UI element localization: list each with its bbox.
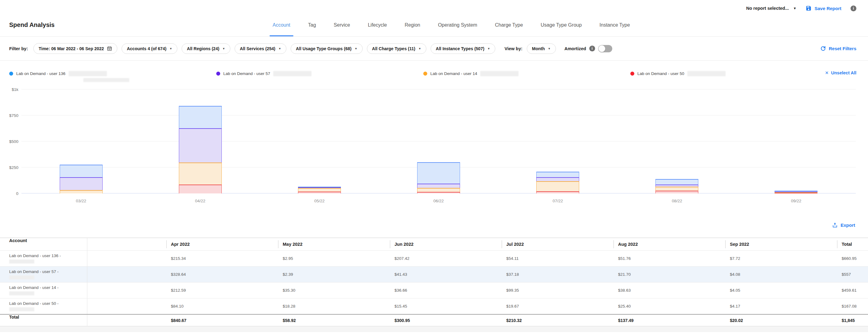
bar-segment[interactable] [417, 162, 460, 184]
value-cell: $660.95 [837, 251, 868, 266]
legend-item-user-50[interactable]: Lab on Demand - user 50 [630, 71, 837, 76]
bar-segment[interactable] [417, 184, 460, 188]
stacked-bar-05/22[interactable] [298, 89, 341, 193]
value-cell: $167.08 [837, 298, 868, 314]
time-filter-pill[interactable]: Time: 06 Mar 2022 - 06 Sep 2022 [33, 43, 117, 54]
bar-segment[interactable] [775, 193, 817, 193]
x-axis-label: 03/22 [22, 199, 141, 203]
time-filter-label: Time: 06 Mar 2022 - 06 Sep 2022 [39, 46, 104, 51]
column-header-jul: Jul 2022 [502, 238, 614, 251]
redacted-text [9, 291, 34, 295]
bar-segment[interactable] [60, 177, 103, 190]
legend-label: Lab on Demand - user 57 [223, 71, 270, 76]
chart-plot: $1k$750$500$2500 03/2204/2205/2206/2207/… [22, 89, 856, 193]
table-row: Lab on Demand - user 50 - $84.10 $18.28 … [0, 298, 868, 314]
reset-filters-button[interactable]: Reset Filters [820, 45, 856, 52]
bar-segment[interactable] [536, 172, 579, 177]
legend-item-user-14[interactable]: Lab on Demand - user 14 [423, 71, 630, 76]
bar-segment[interactable] [60, 190, 103, 193]
save-icon [806, 5, 812, 11]
column-header-total: Total [837, 238, 868, 251]
charge-types-filter-pill[interactable]: All Charge Types (11) ▼ [367, 43, 426, 54]
charge-types-filter-label: All Charge Types (11) [372, 46, 415, 51]
tab-region[interactable]: Region [405, 13, 420, 36]
bar-segment[interactable] [536, 177, 579, 181]
bar-segment[interactable] [298, 188, 341, 192]
bar-segment[interactable] [298, 192, 341, 193]
bar-segment[interactable] [60, 165, 103, 177]
spend-table: Account Apr 2022 May 2022 Jun 2022 Jul 2… [0, 237, 868, 326]
bar-segment[interactable] [179, 106, 222, 128]
tab-tag[interactable]: Tag [308, 13, 316, 36]
column-spacer [87, 238, 166, 251]
close-icon: ✕ [825, 70, 829, 75]
value-cell: $84.10 [166, 298, 278, 314]
instance-types-filter-pill[interactable]: All Instance Types (507) ▼ [431, 43, 495, 54]
toggle-knob [598, 45, 605, 52]
info-icon[interactable]: i [850, 5, 856, 11]
unselect-all-button[interactable]: ✕ Unselect All [825, 70, 856, 75]
regions-filter-label: All Regions (24) [187, 46, 219, 51]
x-axis-label: 05/22 [260, 199, 379, 203]
account-cell: Lab on Demand - user 14 - [0, 282, 87, 298]
tab-usage-type-group[interactable]: Usage Type Group [540, 13, 582, 36]
table-header-row: Account Apr 2022 May 2022 Jun 2022 Jul 2… [0, 238, 868, 251]
value-cell: $207.42 [390, 251, 502, 266]
bar-segment[interactable] [536, 181, 579, 192]
legend-item-user-136[interactable]: Lab on Demand - user 136 [9, 71, 216, 76]
view-by-select[interactable]: Month ▼ [527, 43, 556, 54]
column-header-account: Account [0, 238, 87, 251]
legend-dot [216, 72, 220, 76]
amortized-toggle[interactable] [598, 45, 612, 52]
instance-types-filter-label: All Instance Types (507) [436, 46, 484, 51]
bar-segment[interactable] [179, 185, 222, 193]
tab-service[interactable]: Service [334, 13, 350, 36]
bar-segment[interactable] [417, 192, 460, 193]
report-selector[interactable]: No report selected... ▼ [746, 6, 796, 11]
regions-filter-pill[interactable]: All Regions (24) ▼ [182, 43, 230, 54]
bar-segment[interactable] [179, 128, 222, 163]
value-cell: $2.39 [278, 267, 390, 282]
usage-type-groups-filter-pill[interactable]: All Usage Type Groups (68) ▼ [291, 43, 363, 54]
value-cell: $19.67 [502, 298, 614, 314]
stacked-bar-06/22[interactable] [417, 89, 460, 193]
stacked-bar-03/22[interactable] [60, 89, 103, 193]
bar-segment[interactable] [536, 191, 579, 193]
bar-segment[interactable] [655, 191, 698, 193]
y-axis-tick-label: $250 [2, 165, 19, 170]
report-selector-label: No report selected... [746, 6, 789, 11]
bar-segment[interactable] [179, 163, 222, 185]
stacked-bar-08/22[interactable] [655, 89, 698, 193]
tab-account[interactable]: Account [273, 13, 290, 36]
tab-lifecycle[interactable]: Lifecycle [368, 13, 387, 36]
services-filter-pill[interactable]: All Services (254) ▼ [235, 43, 286, 54]
bar-slot: 04/22 [141, 89, 260, 193]
stacked-bar-09/22[interactable] [775, 89, 817, 193]
x-axis-label: 06/22 [379, 199, 498, 203]
info-icon[interactable]: i [589, 45, 595, 52]
redacted-text [687, 71, 725, 76]
tab-charge-type[interactable]: Charge Type [495, 13, 523, 36]
accounts-filter-pill[interactable]: Accounts 4 (of 674) ▼ [122, 43, 177, 54]
redacted-text [9, 260, 34, 264]
spend-chart: $1k$750$500$2500 03/2204/2205/2206/2207/… [0, 86, 868, 212]
total-value-cell: $300.95 [390, 314, 502, 326]
tab-instance-type[interactable]: Instance Type [599, 13, 630, 36]
value-cell: $4.17 [725, 298, 837, 314]
stacked-bar-07/22[interactable] [536, 89, 579, 193]
value-cell: $41.43 [390, 267, 502, 282]
redacted-text [273, 71, 311, 76]
tab-operating-system[interactable]: Operating System [438, 13, 477, 36]
value-cell: $2.95 [278, 251, 390, 266]
export-button[interactable]: Export [832, 222, 855, 228]
save-report-button[interactable]: Save Report [806, 5, 841, 11]
amortized-label: Amortized [564, 46, 586, 51]
value-cell: $25.40 [614, 298, 725, 314]
legend-item-user-57[interactable]: Lab on Demand - user 57 [216, 71, 423, 76]
redacted-text [480, 71, 519, 76]
bar-segment[interactable] [655, 185, 698, 187]
bar-segment[interactable] [655, 179, 698, 185]
bar-segment[interactable] [417, 188, 460, 192]
stacked-bar-04/22[interactable] [179, 89, 222, 193]
bar-segment[interactable] [655, 187, 698, 191]
